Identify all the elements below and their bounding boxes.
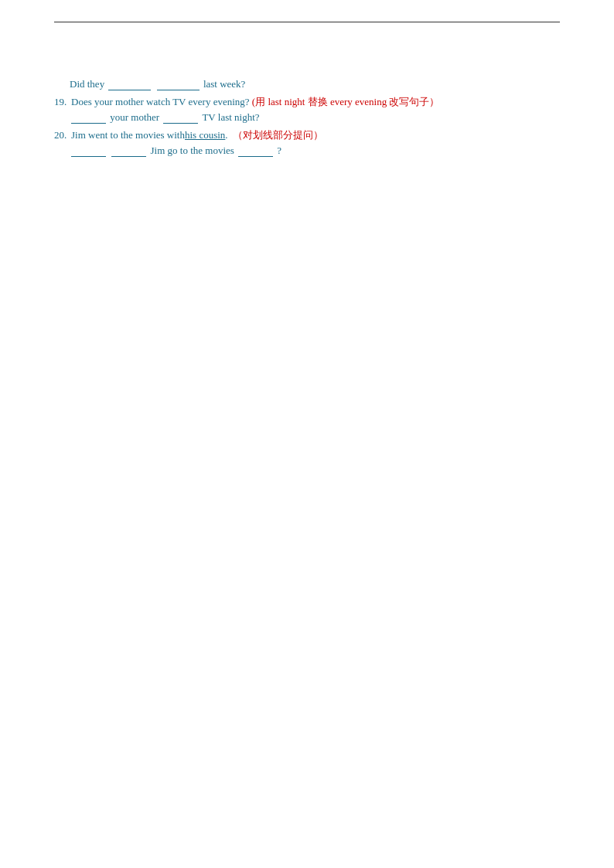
question-19-answer: your mother TV last night? xyxy=(54,111,560,124)
q19-blank-1[interactable] xyxy=(71,111,106,124)
q20-blank-1[interactable] xyxy=(71,144,106,157)
question-20-main: 20. Jim went to the movies with his cous… xyxy=(54,128,560,142)
q20-text-before: Jim went to the movies with xyxy=(71,129,185,141)
q18-text-did: Did they xyxy=(70,78,104,90)
question-20-answer: Jim go to the movies ? xyxy=(54,144,560,157)
q20-question-mark: ? xyxy=(277,145,281,156)
q20-period: . xyxy=(225,129,233,141)
q18-text-last-week: last week? xyxy=(203,78,246,90)
q19-instruction: (用 last night 替换 every evening 改写句子） xyxy=(252,95,440,109)
q19-blank-2[interactable] xyxy=(163,111,198,124)
content-area: Did they last week? 19. Does your mother… xyxy=(54,77,560,162)
q19-text-tv-last-night: TV last night? xyxy=(202,111,259,123)
q20-number: 20. xyxy=(54,129,70,141)
top-divider xyxy=(54,22,560,22)
q20-instruction: （对划线部分提问） xyxy=(233,128,323,142)
q19-text-your-mother: your mother xyxy=(110,111,162,123)
q18-blank-1[interactable] xyxy=(108,77,151,90)
q20-blank-3[interactable] xyxy=(238,144,273,157)
q20-underlined-phrase: his cousin xyxy=(185,129,225,141)
q19-number: 19. xyxy=(54,96,70,108)
question-19-main: 19. Does your mother watch TV every even… xyxy=(54,95,560,109)
q20-text-jim: Jim go to the movies xyxy=(151,145,237,156)
q18-blank-2[interactable] xyxy=(157,77,200,90)
question-18-answer: Did they last week? xyxy=(54,77,560,90)
q20-blank-2[interactable] xyxy=(111,144,146,157)
q19-main-text: Does your mother watch TV every evening? xyxy=(71,96,252,108)
